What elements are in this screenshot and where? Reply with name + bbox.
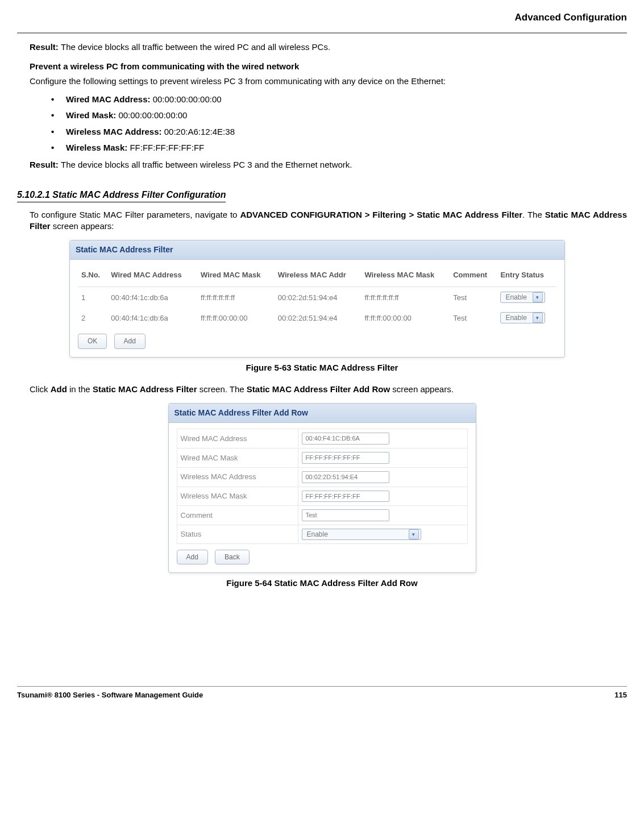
form-row: Wired MAC Mask FF:FF:FF:FF:FF:FF (177, 448, 467, 467)
td-wlmac: 00:02:2d:51:94:e4 (275, 287, 362, 308)
form-row: Status Enable ▾ (177, 525, 467, 544)
wireless-mac-input[interactable]: 00:02:2D:51:94:E4 (302, 471, 389, 483)
li-label: Wired MAC Address: (66, 94, 153, 104)
chevron-down-icon: ▾ (409, 529, 419, 539)
field-label: Wired MAC Address (177, 429, 298, 448)
figure-caption-2: Figure 5-64 Static MAC Address Filter Ad… (17, 578, 627, 589)
td-comment: Test (450, 287, 497, 308)
status-select[interactable]: Enable ▾ (500, 292, 545, 303)
page-header: Advanced Configuration (17, 11, 627, 24)
chevron-down-icon: ▾ (533, 292, 543, 302)
result-1-text: The device blocks all traffic between th… (61, 42, 330, 52)
wired-mac-input[interactable]: 00:40:F4:1C:DB:6A (302, 433, 389, 445)
th-comment: Comment (450, 265, 497, 287)
nav-bold: ADVANCED CONFIGURATION > Filtering > Sta… (240, 210, 522, 219)
table-row: 1 00:40:f4:1c:db:6a ff:ff:ff:ff:ff:ff 00… (78, 287, 556, 308)
li-value: 00:00:00:00:00:00 (118, 110, 187, 120)
nav-paragraph: To configure Static MAC Filter parameter… (30, 209, 627, 232)
prevent-heading: Prevent a wireless PC from communicating… (30, 61, 627, 72)
list-item: Wired Mask: 00:00:00:00:00:00 (51, 109, 627, 122)
li-value: 00:20:A6:12:4E:38 (164, 127, 235, 136)
add-row-panel: Static MAC Address Filter Add Row Wired … (168, 403, 476, 573)
status-value: Enable (307, 530, 328, 539)
result-2: Result: The device blocks all traffic be… (30, 159, 627, 171)
th-wlmask: Wireless MAC Mask (361, 265, 450, 287)
footer-right: 115 (614, 690, 627, 700)
field-label: Wireless MAC Address (177, 467, 298, 487)
li-label: Wireless MAC Address: (66, 127, 164, 136)
click-b2: Static MAC Address Filter (93, 384, 197, 394)
wireless-mask-input[interactable]: FF:FF:FF:FF:FF:FF (302, 491, 389, 502)
th-wmac: Wired MAC Address (107, 265, 197, 287)
td-wmask: ff:ff:ff:ff:ff:ff (197, 287, 275, 308)
figure-caption-1: Figure 5-63 Static MAC Address Filter (17, 362, 627, 373)
th-status: Entry Status (497, 265, 556, 287)
nav-pre: To configure Static MAC Filter parameter… (30, 210, 240, 219)
status-value: Enable (505, 313, 526, 322)
back-button[interactable]: Back (215, 550, 250, 564)
th-wmask: Wired MAC Mask (197, 265, 275, 287)
status-select[interactable]: Enable ▾ (500, 312, 545, 323)
add-button[interactable]: Add (114, 334, 146, 348)
th-sno: S.No. (78, 265, 107, 287)
field-label: Wireless MAC Mask (177, 487, 298, 506)
form-row: Comment Test (177, 506, 467, 525)
td-sno: 2 (78, 308, 107, 328)
result-2-text: The device blocks all traffic between wi… (61, 160, 352, 169)
table-row: 2 00:40:f4:1c:db:6a ff:ff:ff:00:00:00 00… (78, 308, 556, 328)
li-value: FF:FF:FF:FF:FF:FF (130, 143, 204, 152)
add-row-form: Wired MAC Address 00:40:F4:1C:DB:6A Wire… (177, 429, 468, 544)
li-label: Wired Mask: (66, 110, 118, 120)
field-label: Status (177, 525, 298, 544)
click-b3: Static MAC Address Filter Add Row (247, 384, 390, 394)
wired-mask-input[interactable]: FF:FF:FF:FF:FF:FF (302, 452, 389, 464)
configure-line: Configure the following settings to prev… (30, 76, 627, 87)
click-post: screen appears. (390, 384, 454, 394)
result-1-label: Result: (30, 42, 61, 52)
page-footer: Tsunami® 8100 Series - Software Manageme… (17, 686, 627, 700)
field-label: Comment (177, 506, 298, 525)
nav-post1: . The (522, 210, 545, 219)
click-pre: Click (30, 384, 51, 394)
td-wlmask: ff:ff:ff:00:00:00 (361, 308, 450, 328)
form-row: Wired MAC Address 00:40:F4:1C:DB:6A (177, 429, 467, 448)
th-wlmac: Wireless MAC Addr (275, 265, 362, 287)
td-comment: Test (450, 308, 497, 328)
click-mid1: in the (67, 384, 93, 394)
td-wmac: 00:40:f4:1c:db:6a (107, 308, 197, 328)
result-2-label: Result: (30, 160, 61, 169)
field-label: Wired MAC Mask (177, 448, 298, 467)
footer-left: Tsunami® 8100 Series - Software Manageme… (17, 690, 203, 700)
header-rule (17, 32, 627, 34)
form-row: Wireless MAC Mask FF:FF:FF:FF:FF:FF (177, 487, 467, 506)
filter-panel: Static MAC Address Filter S.No. Wired MA… (69, 240, 565, 358)
td-wmac: 00:40:f4:1c:db:6a (107, 287, 197, 308)
nav-post2: screen appears: (51, 221, 114, 231)
li-label: Wireless Mask: (66, 143, 130, 152)
list-item: Wireless MAC Address: 00:20:A6:12:4E:38 (51, 126, 627, 139)
click-paragraph: Click Add in the Static MAC Address Filt… (30, 384, 627, 395)
click-mid2: screen. The (197, 384, 247, 394)
comment-input[interactable]: Test (302, 509, 389, 521)
ok-button[interactable]: OK (78, 334, 107, 348)
list-item: Wired MAC Address: 00:00:00:00:00:00 (51, 93, 627, 106)
status-value: Enable (505, 293, 526, 302)
settings-list: Wired MAC Address: 00:00:00:00:00:00 Wir… (51, 93, 627, 155)
status-select[interactable]: Enable ▾ (302, 529, 421, 540)
filter-table: S.No. Wired MAC Address Wired MAC Mask W… (78, 265, 556, 329)
result-1: Result: The device blocks all traffic be… (30, 41, 627, 53)
filter-panel-title: Static MAC Address Filter (70, 240, 564, 260)
td-sno: 1 (78, 287, 107, 308)
td-wmask: ff:ff:ff:00:00:00 (197, 308, 275, 328)
add-button[interactable]: Add (177, 550, 208, 564)
td-wlmask: ff:ff:ff:ff:ff:ff (361, 287, 450, 308)
td-wlmac: 00:02:2d:51:94:e4 (275, 308, 362, 328)
chevron-down-icon: ▾ (533, 313, 543, 323)
list-item: Wireless Mask: FF:FF:FF:FF:FF:FF (51, 142, 627, 155)
click-b1: Add (51, 384, 67, 394)
li-value: 00:00:00:00:00:00 (153, 94, 222, 104)
form-row: Wireless MAC Address 00:02:2D:51:94:E4 (177, 467, 467, 487)
section-title: 5.10.2.1 Static MAC Address Filter Confi… (17, 189, 226, 202)
add-row-panel-title: Static MAC Address Filter Add Row (169, 404, 476, 423)
